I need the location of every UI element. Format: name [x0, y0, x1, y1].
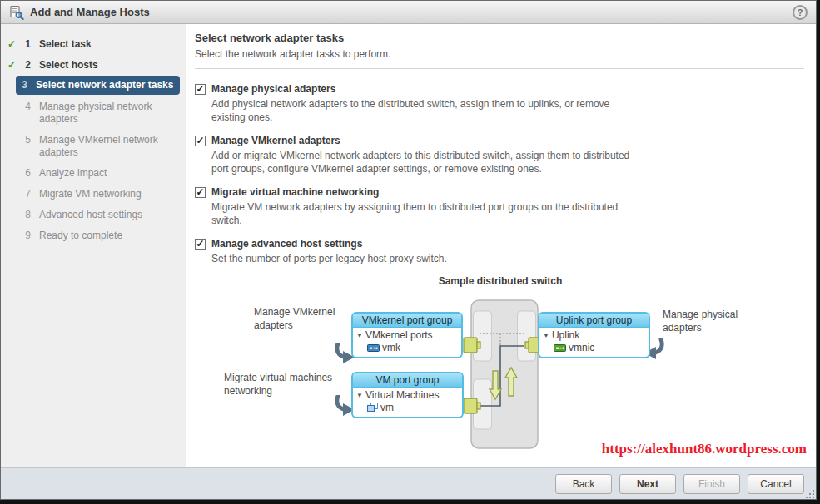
step-label: Analyze impact — [39, 167, 182, 180]
label-manage-physical-adapters: Manage physical adapters — [663, 308, 754, 334]
step-label: Manage VMkernel network adapters — [39, 134, 182, 159]
add-and-manage-hosts-dialog: Add and Manage Hosts ? ✓1Select task✓2Se… — [0, 0, 817, 500]
task-title: Manage advanced host settings — [211, 238, 362, 250]
diagram-title: Sample distributed switch — [417, 275, 584, 287]
portgroup-item[interactable]: vm — [353, 401, 462, 413]
task-description: Set the number of ports per legacy host … — [211, 252, 641, 265]
step-number: 3 — [19, 79, 30, 91]
portgroup-row-label: VMkernel ports — [365, 329, 433, 341]
back-button[interactable]: Back — [555, 474, 612, 494]
sidebar-step-2[interactable]: ✓2Select hosts — [1, 55, 186, 76]
step-label: Ready to complete — [39, 230, 182, 242]
nic-green-icon — [554, 343, 566, 353]
task-item: ✓Migrate virtual machine networkingMigra… — [195, 186, 804, 227]
nic-blue-icon — [367, 343, 380, 353]
sidebar-step-8: 8Advanced host settings — [1, 205, 186, 225]
portgroup-header: VMkernel port group — [353, 314, 461, 328]
task-row: ✓Manage VMkernel adapters — [195, 135, 804, 146]
step-number: 6 — [22, 167, 33, 180]
portgroup-header: Uplink port group — [539, 314, 649, 328]
portgroup-row[interactable]: ▼Uplink — [539, 328, 649, 341]
sidebar-step-3[interactable]: 3Select network adapter tasks — [16, 76, 180, 95]
portgroup-box-vmkernel: VMkernel port group▼VMkernel portsvmk — [351, 312, 463, 358]
step-label: Manage physical network adapters — [39, 101, 182, 126]
task-row: ✓Manage advanced host settings — [195, 238, 804, 250]
finish-button: Finish — [683, 474, 740, 494]
portgroup-row[interactable]: ▼Virtual Machines — [353, 388, 462, 401]
help-icon[interactable]: ? — [793, 5, 808, 20]
step-number: 1 — [22, 38, 33, 51]
step-number: 5 — [22, 134, 33, 146]
task-description: Add physical network adapters to the dis… — [211, 97, 641, 124]
cancel-button[interactable]: Cancel — [748, 474, 804, 494]
step-number: 7 — [22, 188, 33, 200]
step-label: Select task — [39, 38, 182, 51]
task-item: ✓Manage physical adaptersAdd physical ne… — [195, 83, 804, 124]
title-bar: Add and Manage Hosts ? — [1, 1, 816, 24]
step-label: Migrate VM networking — [39, 188, 182, 200]
task-checkbox[interactable]: ✓ — [195, 187, 206, 198]
sidebar-step-9: 9Ready to complete — [1, 225, 186, 246]
portgroup-item-label: vmk — [382, 342, 400, 353]
portgroup-row[interactable]: ▼VMkernel ports — [353, 328, 461, 341]
task-checkbox-list: ✓Manage physical adaptersAdd physical ne… — [195, 83, 804, 265]
window-title: Add and Manage Hosts — [30, 6, 793, 18]
portgroup-item[interactable]: vmk — [353, 341, 461, 353]
sidebar-step-4: 4Manage physical network adapters — [1, 96, 186, 130]
portgroup-row-label: Virtual Machines — [365, 389, 440, 401]
sidebar-step-7: 7Migrate VM networking — [1, 184, 186, 205]
portgroup-header: VM port group — [353, 373, 462, 388]
task-checkbox[interactable]: ✓ — [195, 136, 206, 146]
distributed-switch-graphic — [461, 294, 544, 454]
divider — [195, 68, 804, 69]
wizard-steps-sidebar: ✓1Select task✓2Select hosts3Select netwo… — [1, 24, 186, 467]
task-description: Add or migrate VMkernel network adapters… — [211, 149, 641, 175]
label-migrate-vm-networking: Migrate virtual machines networking — [224, 371, 353, 398]
task-title: Manage VMkernel adapters — [211, 135, 340, 146]
task-row: ✓Migrate virtual machine networking — [195, 186, 804, 198]
step-check-icon: ✓ — [7, 59, 22, 72]
expander-triangle-icon: ▼ — [543, 332, 549, 339]
step-label: Select network adapter tasks — [36, 79, 175, 91]
step-label: Select hosts — [39, 59, 182, 72]
page-title: Select network adapter tasks — [195, 32, 804, 44]
step-number: 9 — [22, 230, 33, 242]
step-number: 8 — [22, 209, 33, 221]
portgroup-item[interactable]: vmnic — [539, 341, 649, 353]
step-number: 4 — [22, 101, 33, 113]
expander-triangle-icon: ▼ — [356, 332, 363, 339]
portgroup-item-label: vm — [380, 402, 394, 413]
portgroup-box-uplink: Uplink port group▼Uplinkvmnic — [538, 312, 650, 358]
footer-button-bar: BackNextFinishCancel — [1, 467, 816, 500]
step-label: Advanced host settings — [39, 209, 182, 221]
sidebar-step-5: 5Manage VMkernel network adapters — [1, 130, 186, 163]
vm-icon — [367, 403, 378, 413]
task-description: Migrate VM network adapters by assigning… — [211, 200, 641, 227]
step-check-icon: ✓ — [7, 38, 22, 51]
portgroup-item-label: vmnic — [569, 342, 594, 353]
label-manage-vmkernel-adapters: Manage VMkernel adapters — [254, 305, 354, 332]
watermark-link: https://alexhunt86.wordpress.com — [560, 441, 807, 457]
portgroup-row-label: Uplink — [552, 329, 579, 341]
resize-grip[interactable] — [807, 491, 814, 498]
content-pane: Select network adapter tasks Select the … — [186, 24, 816, 467]
page-subtitle: Select the network adapter tasks to perf… — [195, 48, 804, 60]
task-item: ✓Manage VMkernel adaptersAdd or migrate … — [195, 135, 804, 175]
task-item: ✓Manage advanced host settingsSet the nu… — [195, 238, 804, 265]
add-hosts-icon — [9, 5, 24, 20]
task-row: ✓Manage physical adapters — [195, 83, 804, 95]
task-checkbox[interactable]: ✓ — [195, 84, 206, 95]
next-button[interactable]: Next — [619, 474, 676, 494]
expander-triangle-icon: ▼ — [356, 392, 363, 399]
task-title: Migrate virtual machine networking — [211, 186, 379, 198]
task-title: Manage physical adapters — [211, 83, 335, 95]
task-checkbox[interactable]: ✓ — [195, 239, 206, 250]
step-number: 2 — [22, 59, 33, 72]
sidebar-step-1[interactable]: ✓1Select task — [1, 34, 186, 55]
sidebar-step-6: 6Analyze impact — [1, 163, 186, 184]
portgroup-box-vm: VM port group▼Virtual Machinesvm — [351, 372, 464, 418]
